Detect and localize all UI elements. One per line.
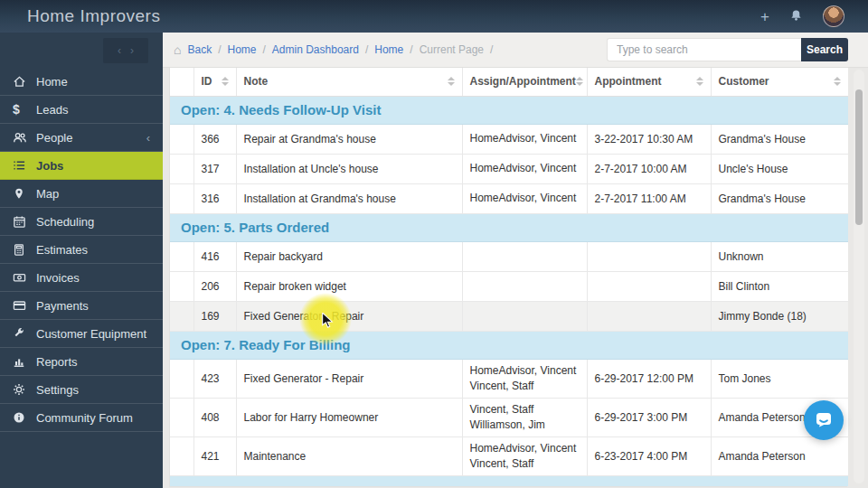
chat-widget-button[interactable] [804,400,844,440]
sidebar-item-jobs[interactable]: Jobs [0,152,163,180]
table-row[interactable]: 423 Fixed Generator - Repair HomeAdvisor… [170,359,848,398]
sidebar-item-label: Reports [36,355,78,369]
sidebar-item-label: Payments [36,299,89,313]
sidebar-item-reports[interactable]: Reports [0,348,163,376]
table-row-hovered[interactable]: 169 Fixed Generator - Repair Jimmy Bonde… [170,301,848,331]
chat-bubble-icon [814,410,834,430]
sidebar-item-label: Estimates [36,243,88,257]
sort-icon[interactable] [222,77,229,86]
calendar-icon [13,215,36,229]
group-header: Open: 5. Parts Ordered [170,213,848,241]
table-row[interactable]: 317 Installation at Uncle's house HomeAd… [170,154,848,183]
add-icon[interactable]: + [760,9,769,24]
jobs-table: ID Note Assign/Appointment Appointment C… [169,68,847,487]
sidebar-item-leads[interactable]: $ Leads [0,96,163,124]
breadcrumb-separator: / [263,43,266,56]
vertical-scrollbar[interactable] [854,70,864,483]
table-row[interactable]: 416 Repair backyard Unknown [170,241,848,271]
group-header: Open: 4. Needs Follow-Up Visit [170,96,848,124]
sort-icon[interactable] [576,77,583,86]
sidebar-item-settings[interactable]: Settings [0,376,163,404]
breadcrumb-home-2[interactable]: Home [374,43,403,56]
calculator-icon [13,243,36,257]
sidebar-item-label: People [36,131,72,145]
sidebar-item-label: Community Forum [36,411,133,425]
sidebar-item-label: Settings [36,383,79,397]
sidebar-item-people[interactable]: People ‹ [0,124,163,152]
dollar-icon: $ [13,102,36,117]
sidebar-nav: Home $ Leads People ‹ Jobs Map Schedulin… [0,68,163,432]
sort-icon[interactable] [834,77,841,86]
table-row[interactable]: 206 Repair broken widget Bill Clinton [170,271,848,301]
sidebar-item-payments[interactable]: Payments [0,292,163,320]
sidebar-item-scheduling[interactable]: Scheduling [0,208,163,236]
sidebar-item-invoices[interactable]: Invoices [0,264,163,292]
column-header-note: Note [244,75,269,88]
search-button[interactable]: Search [801,38,848,61]
scrollbar-thumb[interactable] [855,89,863,225]
breadcrumb-home[interactable]: Home [228,43,257,56]
sidebar-item-label: Jobs [36,159,63,173]
sidebar-item-label: Map [36,187,59,201]
search-area: Search [607,38,868,61]
sort-icon[interactable] [448,77,455,86]
chevron-collapse-icon[interactable]: ‹ [146,131,150,145]
breadcrumb-back[interactable]: Back [187,43,212,56]
sort-icon[interactable] [696,77,703,86]
breadcrumb-current-page: Current Page [420,43,484,56]
sidebar-item-customer-equipment[interactable]: Customer Equipment [0,320,163,348]
column-header-customer: Customer [719,75,769,88]
table-row[interactable]: 408 Labor for Harry Homeowner Vincent, S… [170,398,848,436]
sidebar-item-label: Customer Equipment [36,327,146,341]
chevron-left-icon: ‹ [118,44,121,57]
app-title: Home Improvers [0,6,160,26]
group-header-partial [170,475,848,486]
table-row[interactable]: 421 Maintenance HomeAdvisor, Vincent Vin… [170,436,848,475]
app-header: Home Improvers + [0,0,868,33]
chevron-right-icon: › [130,44,134,57]
home-icon[interactable]: ⌂ [174,42,181,57]
credit-card-icon [13,299,36,312]
column-header-appointment: Appointment [595,75,662,88]
notifications-bell-icon[interactable] [789,8,803,25]
gear-icon [13,383,36,396]
breadcrumb-separator: / [490,43,493,56]
invoice-icon [13,271,36,284]
sidebar-item-label: Scheduling [36,215,94,229]
bar-chart-icon [13,355,36,368]
sidebar-collapse-control[interactable]: ‹ › [103,38,148,63]
breadcrumb-separator: / [410,43,412,56]
breadcrumb: ⌂ Back / Home / Admin Dashboard / Home /… [163,42,493,57]
people-icon [13,131,36,145]
topbar-actions: + [760,5,868,27]
jobs-table-area: ID Note Assign/Appointment Appointment C… [163,68,868,488]
table-row[interactable]: 316 Installation at Grandma's house Home… [170,183,848,213]
breadcrumb-separator: / [365,43,368,56]
table-header-row: ID Note Assign/Appointment Appointment C… [170,68,848,96]
sidebar-item-estimates[interactable]: Estimates [0,236,163,264]
sidebar-item-label: Invoices [36,271,80,285]
column-header-id: ID [202,75,212,88]
search-input[interactable] [607,38,801,61]
sidebar-item-label: Leads [36,103,68,117]
user-avatar[interactable] [823,5,844,27]
group-header: Open: 7. Ready For Billing [170,331,848,359]
sidebar-item-home[interactable]: Home [0,68,163,96]
sidebar-item-map[interactable]: Map [0,180,163,208]
list-icon [13,159,36,172]
column-header-assign: Assign/Appointment [470,75,576,88]
wrench-icon [13,327,36,340]
sidebar-item-community-forum[interactable]: Community Forum [0,404,163,432]
sidebar-item-label: Home [36,75,68,89]
breadcrumb-admin-dashboard[interactable]: Admin Dashboard [272,43,359,56]
table-row[interactable]: 366 Repair at Grandma's house HomeAdviso… [170,124,848,154]
toolbar: ⌂ Back / Home / Admin Dashboard / Home /… [163,33,868,68]
map-pin-icon [13,187,36,201]
info-icon [13,411,36,424]
sidebar: ‹ › Home $ Leads People ‹ Jobs Map Sched… [0,33,163,488]
breadcrumb-separator: / [218,43,221,56]
home-icon [13,75,36,89]
